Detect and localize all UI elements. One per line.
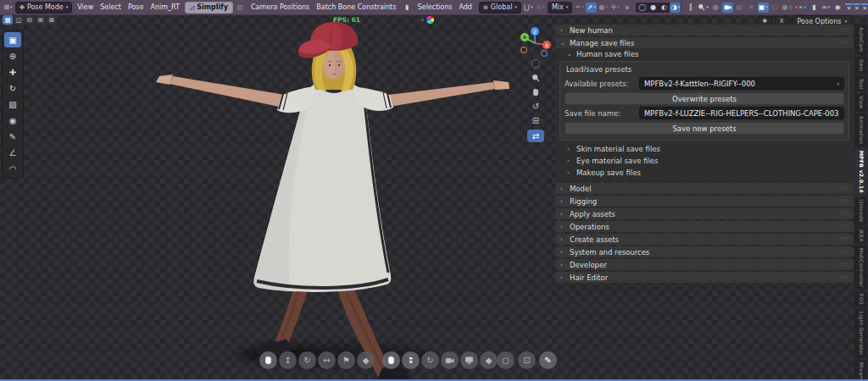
rgb-axis-icon[interactable] [794,3,808,13]
nav-orbit-circle-icon[interactable]: ◯ [530,58,542,69]
nav-pan-hand-icon[interactable] [530,86,542,97]
side-tab-ikea[interactable]: IKEA [854,227,867,245]
menu-add[interactable]: Add [455,3,476,12]
available-presets-dropdown[interactable]: MPFBv2-f-Katttlen--RIGIFY--000 ▾ [639,77,844,90]
display-button[interactable] [460,351,478,369]
select-invert-icon[interactable]: ⊞ [36,15,46,25]
select-extend-icon[interactable]: ◫ [14,15,24,25]
gizmo-diamond-button-2[interactable]: ◆ [480,351,498,369]
select-intersect-icon[interactable]: ⊠ [47,15,57,25]
side-tab-mpfb-v2-0-14[interactable]: MPFB v2.0.14 [854,148,867,196]
mix-mode-dropdown[interactable]: Mix ▾ [548,2,572,14]
scale-button[interactable]: ↔ [318,351,336,369]
pause-icon[interactable]: ‖ [685,3,696,13]
navigation-gizmo[interactable]: Z X [518,25,552,58]
drag-grip-icon[interactable] [840,274,849,281]
gizmo-diamond-button[interactable]: ◆ [357,351,375,369]
nav-addon-toggle-button[interactable]: ⇄ [527,130,544,142]
tool-measure[interactable]: ∠ [4,145,21,160]
save-file-name-input[interactable]: MPFBv2-f-LUZZIE--RIG-HELPERS--CLOTHING-C… [639,107,844,119]
nav-grid-icon[interactable]: ⊞ [530,115,542,126]
overlays-icon[interactable]: ◉ [832,3,843,13]
simplify-toggle-button[interactable]: ◿ Simplify [185,2,233,14]
panel-section-model[interactable]: ›Model [555,183,854,194]
tool-pose-breakdowner[interactable]: ◠ [4,161,21,176]
snap-magnet-icon[interactable]: ⋃▾ [523,3,534,13]
redo-panel-toggle[interactable]: › [421,16,434,24]
pan-hand-button[interactable] [259,351,277,369]
panel-section-operations[interactable]: ›Operations [555,221,854,232]
select-set-icon[interactable]: ▦ [3,15,13,25]
side-tab-light-generator[interactable]: Light Generator [854,309,867,358]
manage-save-files-header[interactable]: ⌄ Manage save files [555,37,854,48]
editor-type-icon[interactable]: ⊞▾ [3,3,14,13]
side-tab-item[interactable]: Item [854,57,867,75]
menu-select[interactable]: Select [97,3,125,12]
tool-select-box[interactable]: ▣ [4,32,21,47]
tool-cursor[interactable]: ⊕ [4,48,21,64]
shading-material-icon[interactable]: ◐ [659,3,670,13]
disabled-box-icon[interactable]: ▪ [621,3,632,13]
side-tab-fos[interactable]: FOS [854,291,867,307]
ghost-toggle-icon[interactable]: ▧ [235,3,246,13]
overlay-cross-icon[interactable]: ✚▾ [609,3,620,13]
menu-batch-bone-constraints[interactable]: Batch Bone Constraints [313,3,399,12]
menu-selections[interactable]: Selections [414,3,455,12]
shading-rendered-icon[interactable]: ◑▾ [670,3,681,13]
side-tab-autocam[interactable]: AutoCam [854,25,867,55]
circle-select-button[interactable]: ○ [497,351,515,369]
menu-camera-positions[interactable]: Camera Positions [248,3,313,12]
side-tab-midicontroller[interactable]: MidiController [854,246,867,290]
drag-grip-icon[interactable] [840,40,849,47]
panel-section-create-assets[interactable]: ›Create assets [555,234,854,245]
zoom-region-icon[interactable]: ▾ [697,3,709,13]
side-tab-mixamo[interactable]: Mixamo [854,360,867,379]
tool-scale[interactable]: ▧ [4,97,21,112]
pan-hand-button-2[interactable] [382,351,400,369]
scene-strip-icon[interactable]: ▤ [734,3,745,13]
side-tab-view[interactable]: View [854,93,867,111]
panel-section-system-and-resources[interactable]: ›System and resources [555,246,854,257]
tool-move[interactable]: ✚ [4,64,21,80]
subsection-makeup-save-files[interactable]: ›Makeup save files [555,167,854,179]
eyedropper-icon[interactable]: ✒▾ [574,3,585,13]
image-overlay-icon[interactable]: ▣▾ [758,3,769,13]
axis-x-toggle-3[interactable]: ✕ [861,3,868,12]
bookmark-icon[interactable]: ▮ [809,3,820,13]
tool-rotate[interactable]: ↻ [4,80,21,96]
overwrite-presets-button[interactable]: Overwrite presets [565,92,844,105]
drag-grip-icon[interactable] [840,27,849,34]
drag-grip-icon[interactable] [840,211,849,218]
panel-section-rigging[interactable]: ›Rigging [555,196,854,207]
subsection-skin-material-save-files[interactable]: ›Skin material save files [555,143,854,155]
bookmark-menu-icon[interactable]: ▮ [401,3,412,13]
human-save-files-header[interactable]: ⌄ Human save files [555,48,854,60]
gizmo-toggle-icon[interactable]: ➚▾ [586,3,597,13]
menu-pose[interactable]: Pose [125,3,147,12]
side-tab-animation[interactable]: Animation [854,113,867,146]
tool-transform[interactable]: ◉ [4,113,21,128]
panel-section-apply-assets[interactable]: ›Apply assets [555,208,854,219]
rotate-button-2[interactable]: ↻ [421,351,439,369]
rotate-button[interactable]: ↻ [298,351,316,369]
drag-grip-icon[interactable] [840,236,849,243]
nav-rotate-icon[interactable]: ↺ [530,101,542,112]
transform-orientation-dropdown[interactable]: ⊕ Global ▾ [479,2,521,14]
shading-solid-icon[interactable]: ● [648,3,659,13]
subsection-eye-material-save-files[interactable]: ›Eye material save files [555,155,854,167]
link-icon[interactable]: ∞▾ [821,3,832,13]
drag-grip-icon[interactable] [840,185,849,192]
axis-x-toggle-1[interactable]: ✕ [845,3,852,12]
side-tab-tool[interactable]: Tool [854,76,867,92]
tool-annotate[interactable]: ✎ [4,129,21,144]
panel-section-hair-editor[interactable]: ›Hair Editor [555,272,854,283]
sphere-zero-icon[interactable]: ●0 [782,3,793,13]
frame-region-button[interactable]: ⊡ [518,351,536,369]
crosshair-icon[interactable]: ◎ [710,3,721,13]
mode-selector[interactable]: ✤ Pose Mode ▾ [15,2,72,14]
camera-view-icon[interactable] [722,3,733,13]
drag-grip-icon[interactable] [840,262,849,268]
save-new-presets-button[interactable]: Save new presets [565,122,844,135]
drag-grip-icon[interactable] [840,249,849,256]
drag-grip-icon[interactable] [840,224,849,230]
